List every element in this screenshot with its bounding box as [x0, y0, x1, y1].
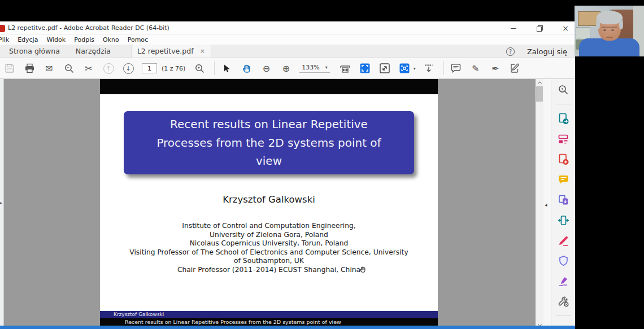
protect-icon[interactable]: [557, 255, 569, 267]
sign-tool-icon[interactable]: [557, 275, 569, 287]
page-display-icon[interactable]: [398, 62, 411, 74]
left-panel-toggle-icon[interactable]: ▸: [0, 200, 2, 205]
presenter-mouth: [606, 37, 613, 38]
presenter-hair: [619, 19, 623, 29]
search-icon[interactable]: [63, 62, 75, 74]
affiliation-line: Visiting Professor of The School of Elec…: [100, 248, 438, 257]
fill-sign-icon[interactable]: [509, 62, 521, 74]
zoom-in-icon[interactable]: ⊕: [280, 62, 292, 74]
affiliation-line: Institute of Control and Computation Eng…: [100, 222, 438, 231]
document-area: ▸ Recent results on Linear Repetitive Pr…: [0, 79, 575, 329]
tab-document[interactable]: L2 repetitve.pdf ×: [131, 45, 211, 58]
page-number-input[interactable]: 1: [142, 63, 157, 73]
close-button[interactable]: ×: [560, 23, 571, 33]
webcam-video: [575, 6, 644, 56]
help-icon[interactable]: ?: [506, 47, 515, 56]
window-title: L2 repetitve.pdf - Adobe Acrobat Reader …: [8, 24, 169, 32]
menu-widok[interactable]: Widok: [46, 36, 66, 43]
presenter-body: [579, 38, 639, 56]
fill-and-sign-icon[interactable]: [557, 234, 569, 247]
fullscreen-icon[interactable]: [378, 62, 391, 74]
export-pdf-icon[interactable]: [557, 112, 569, 125]
webcam-shelf-box: [576, 27, 590, 40]
combine-files-icon[interactable]: [557, 194, 569, 206]
sign-in-button[interactable]: Zaloguj się: [527, 47, 567, 56]
zoom-level-select[interactable]: 133% ▾: [299, 64, 329, 73]
tab-document-label: L2 repetitve.pdf: [137, 47, 194, 55]
slide-footer-author: Krzysztof Galkowski: [114, 312, 164, 317]
sign-icon[interactable]: ✒: [489, 62, 502, 74]
slide-title: Recent results on Linear Repetitive Proc…: [124, 111, 414, 174]
title-bar: L2 repetitve.pdf - Adobe Acrobat Reader …: [0, 21, 575, 35]
menu-bar: Plik Edycja Widok Podpis Okno Pomoc: [0, 35, 572, 45]
tab-home[interactable]: Strona główna: [1, 45, 68, 58]
tab-tools[interactable]: Narzędzia: [68, 45, 119, 58]
right-panel-toggle-icon[interactable]: ◂: [545, 202, 547, 208]
fit-width-icon[interactable]: [339, 62, 351, 74]
share-border: [0, 326, 575, 329]
pdf-page: Recent results on Linear Repetitive Proc…: [100, 79, 438, 329]
menu-podpis[interactable]: Podpis: [74, 36, 94, 43]
save-icon[interactable]: [3, 62, 16, 74]
slide-footer-title: Recent results on Linear Repetitive Proc…: [125, 319, 341, 325]
snapshot-icon[interactable]: ✂: [82, 62, 95, 74]
presenter-hair: [596, 19, 600, 29]
slide-top-bar: [100, 79, 438, 94]
compress-pdf-icon[interactable]: [557, 214, 569, 226]
window-controls: ×: [508, 21, 571, 35]
vertical-scrollbar[interactable]: [536, 79, 543, 329]
create-pdf-icon[interactable]: [557, 153, 569, 165]
highlight-icon[interactable]: ✎: [469, 62, 482, 74]
page-count-label: (1 z 76): [162, 65, 185, 72]
main-toolbar: ✉ ✂ ↑ ↓ 1 (1 z 76) ⊖ ⊕ 133% ▾: [0, 58, 575, 79]
affiliation-line: Chair Professor (2011–2014) ECUST Shangh…: [100, 266, 438, 275]
acrobat-app-icon: [0, 25, 5, 32]
slide-author: Krzysztof Galkowski: [100, 194, 438, 205]
menu-edycja[interactable]: Edycja: [18, 36, 38, 43]
email-icon[interactable]: ✉: [43, 62, 55, 74]
comment-tool-icon[interactable]: [557, 173, 569, 186]
zoom-out-icon[interactable]: ⊖: [260, 62, 272, 74]
menu-pomoc[interactable]: Pomoc: [128, 36, 148, 43]
menu-plik[interactable]: Plik: [0, 36, 9, 43]
affiliation-line: University of Zielona Gora, Poland: [100, 231, 438, 240]
edit-pdf-icon[interactable]: [557, 133, 569, 145]
fit-page-icon[interactable]: [359, 62, 371, 74]
minimize-button[interactable]: [508, 23, 519, 33]
select-tool-icon[interactable]: [220, 62, 233, 74]
acrobat-window: L2 repetitve.pdf - Adobe Acrobat Reader …: [0, 21, 575, 329]
tab-close-icon[interactable]: ×: [200, 47, 205, 55]
scrolling-mode-icon[interactable]: [423, 62, 435, 74]
presenter-brow: [602, 27, 617, 28]
scroll-up-button[interactable]: [536, 79, 543, 86]
left-panel-strip[interactable]: ▸: [0, 79, 4, 329]
presenter-eye: [611, 29, 614, 31]
slide-footer-title-bar: Recent results on Linear Repetitive Proc…: [100, 318, 438, 326]
comment-icon[interactable]: [450, 62, 462, 74]
hand-tool-icon[interactable]: [240, 62, 253, 74]
restore-button[interactable]: [534, 23, 545, 33]
menu-okno[interactable]: Okno: [103, 36, 119, 43]
zoom-level-value: 133%: [302, 64, 319, 71]
screen: L2 repetitve.pdf - Adobe Acrobat Reader …: [0, 0, 644, 329]
next-page-icon[interactable]: ↓: [122, 62, 134, 74]
affiliation-line: Nicolaus Copernicus University, Torun, P…: [100, 239, 438, 248]
find-icon[interactable]: [557, 84, 569, 96]
print-icon[interactable]: [23, 62, 36, 74]
tools-icon[interactable]: [557, 295, 569, 308]
zoom-marquee-icon[interactable]: [193, 62, 206, 74]
mouse-hand-cursor-icon: [359, 265, 367, 274]
affiliation-line: of Southampton, UK: [100, 257, 438, 266]
presenter-eye: [603, 29, 606, 31]
previous-page-icon[interactable]: ↑: [102, 62, 115, 74]
slide-affiliations: Institute of Control and Computation Eng…: [100, 222, 438, 275]
tab-bar: Strona główna Narzędzia L2 repetitve.pdf…: [0, 45, 575, 58]
slide-footer-author-bar: Krzysztof Galkowski: [100, 311, 438, 318]
right-panel-gap: ◂: [543, 79, 551, 329]
tools-sidebar: |→: [551, 79, 575, 329]
scrollbar-thumb[interactable]: [536, 86, 543, 102]
page-display-caret-icon[interactable]: ▾: [414, 66, 416, 71]
chevron-down-icon: ▾: [325, 65, 328, 70]
